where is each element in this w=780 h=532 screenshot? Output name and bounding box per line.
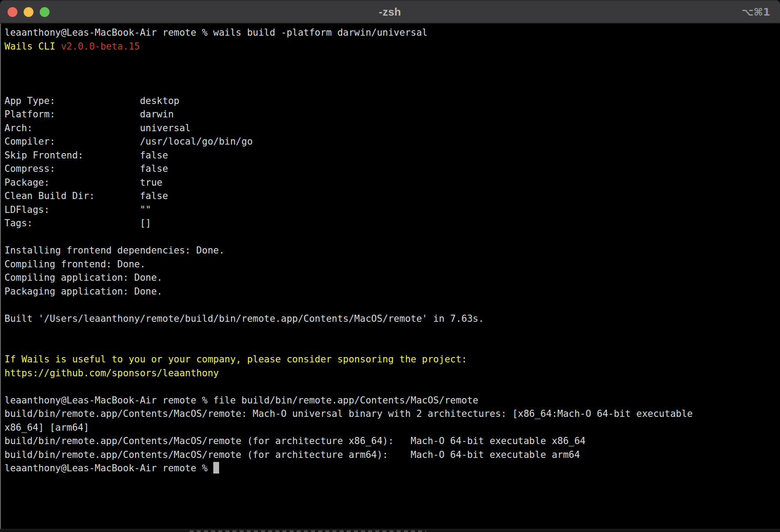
terminal-line: Compiling frontend: Done. [4,258,780,271]
terminal-line: https://github.com/sponsors/leaanthony [4,366,780,380]
terminal-text-segment: x86_64] [arm64] [4,422,89,433]
terminal-line: build/bin/remote.app/Contents/MacOS/remo… [4,434,780,448]
background-window-text-sliver [190,530,426,532]
terminal-line: Platform: darwin [4,108,780,121]
terminal-line: If Wails is useful to you or your compan… [4,353,780,366]
terminal-text-segment: Compress: false [4,163,168,174]
terminal-text-segment: Skip Frontend: false [4,150,168,161]
terminal-line: Installing frontend dependencies: Done. [4,244,780,258]
terminal-line: leaanthony@Leas-MacBook-Air remote % [4,461,780,475]
terminal-line [4,380,780,394]
terminal-line [4,339,780,353]
terminal-line [4,325,780,339]
terminal-text-segment: App Type: desktop [4,96,179,106]
terminal-text-segment: Clean Build Dir: false [4,191,168,201]
terminal-line [4,80,780,94]
terminal-text-segment: Tags: [] [4,218,151,229]
terminal-line: x86_64] [arm64] [4,421,780,435]
terminal-line: Built '/Users/leaanthony/remote/build/bi… [4,312,780,326]
terminal-text-segment: Platform: darwin [4,109,174,120]
terminal-line: leaanthony@Leas-MacBook-Air remote % fil… [4,394,780,407]
terminal-text-segment: Compiling frontend: Done. [4,259,145,270]
window-title: -zsh [0,1,780,23]
terminal-text-segment: If Wails is useful to you or your compan… [4,354,467,365]
terminal-line: Packaging application: Done. [4,285,780,299]
titlebar[interactable]: -zsh ⌥⌘1 [0,0,780,24]
terminal-line [4,67,780,81]
background-window-sliver [0,529,780,532]
terminal-text-segment: Packaging application: Done. [4,286,162,297]
terminal-text-segment: LDFlags: "" [4,204,151,215]
terminal-text-segment: build/bin/remote.app/Contents/MacOS/remo… [4,449,580,460]
terminal-text-segment: https://github.com/sponsors/leaanthony [4,368,219,378]
window-shortcut-badge: ⌥⌘1 [742,1,770,23]
terminal-line: leaanthony@Leas-MacBook-Air remote % wai… [4,26,780,40]
terminal-line: Arch: universal [4,121,780,135]
terminal-content[interactable]: leaanthony@Leas-MacBook-Air remote % wai… [0,24,780,529]
terminal-text-segment: v2.0.0-beta.15 [61,41,140,52]
terminal-line: build/bin/remote.app/Contents/MacOS/remo… [4,448,780,462]
terminal-text-segment: Compiler: /usr/local/go/bin/go [4,136,253,147]
terminal-line [4,53,780,67]
terminal-text-segment: Arch: universal [4,123,191,133]
terminal-line: Compiling application: Done. [4,271,780,285]
terminal-window: -zsh ⌥⌘1 leaanthony@Leas-MacBook-Air rem… [0,0,780,532]
terminal-text-segment: build/bin/remote.app/Contents/MacOS/remo… [4,436,585,446]
terminal-line: Compiler: /usr/local/go/bin/go [4,135,780,149]
terminal-line [4,230,780,244]
terminal-text-segment: Built '/Users/leaanthony/remote/build/bi… [4,313,484,324]
terminal-text-segment: Installing frontend dependencies: Done. [4,245,224,256]
terminal-line: Wails CLI v2.0.0-beta.15 [4,40,780,54]
terminal-line [4,298,780,312]
terminal-line: Tags: [] [4,216,780,230]
terminal-text-segment: Wails CLI [4,41,61,52]
terminal-line: Skip Frontend: false [4,149,780,162]
terminal-line: Compress: false [4,162,780,176]
terminal-text-segment: Compiling application: Done. [4,272,162,283]
terminal-line: Package: true [4,176,780,190]
terminal-cursor [213,462,219,474]
terminal-line: Clean Build Dir: false [4,189,780,203]
terminal-line: LDFlags: "" [4,203,780,217]
terminal-text-segment: build/bin/remote.app/Contents/MacOS/remo… [4,408,693,419]
terminal-text-segment: leaanthony@Leas-MacBook-Air remote % fil… [4,395,478,406]
terminal-text-segment: leaanthony@Leas-MacBook-Air remote % [4,463,213,474]
terminal-line: App Type: desktop [4,94,780,108]
terminal-text-segment: leaanthony@Leas-MacBook-Air remote % wai… [4,27,427,38]
terminal-text-segment: Package: true [4,177,162,188]
terminal-line: build/bin/remote.app/Contents/MacOS/remo… [4,407,780,421]
